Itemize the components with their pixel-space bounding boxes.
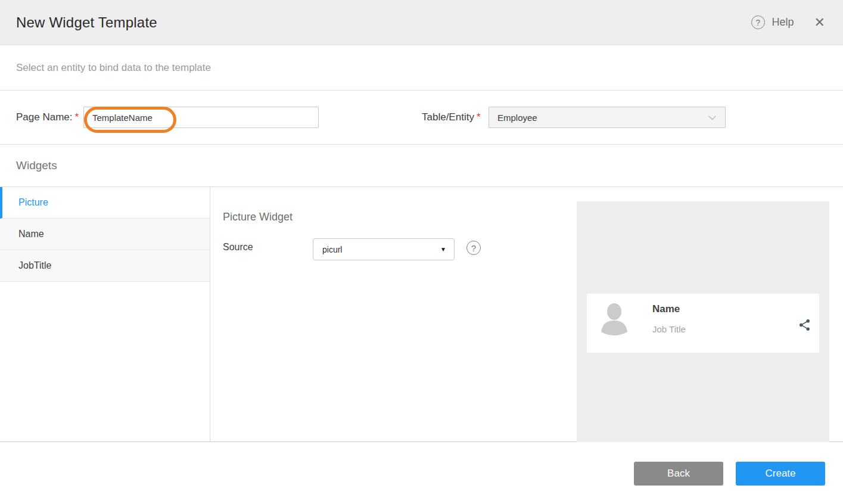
page-name-input[interactable] [83, 107, 319, 128]
sidebar-item-jobtitle[interactable]: JobTitle [0, 250, 210, 282]
source-select[interactable]: picurl ▼ [313, 238, 455, 260]
widgets-band: Widgets [0, 145, 843, 187]
footer: Back Create [0, 442, 843, 504]
page-name-label: Page Name:* [16, 111, 79, 123]
close-icon[interactable]: ✕ [814, 16, 825, 29]
person-silhouette-icon [599, 300, 629, 336]
chevron-down-icon [708, 115, 717, 120]
share-icon [798, 318, 811, 332]
source-value: picurl [322, 245, 440, 254]
question-glyph: ? [471, 244, 476, 253]
table-entity-select[interactable]: Employee [489, 107, 726, 128]
preview-name: Name [652, 303, 680, 315]
table-entity-value: Employee [497, 113, 708, 123]
preview-card: Name Job Title [587, 294, 819, 353]
question-circle-icon[interactable]: ? [466, 241, 481, 255]
back-button[interactable]: Back [634, 462, 723, 486]
widgets-heading: Widgets [16, 159, 57, 172]
help-icon[interactable]: ? [751, 15, 765, 29]
sidebar-item-picture[interactable]: Picture [0, 187, 210, 219]
question-glyph: ? [755, 18, 760, 27]
sidebar-item-name[interactable]: Name [0, 219, 210, 250]
help-label[interactable]: Help [772, 16, 794, 29]
table-entity-label: Table/Entity* [422, 111, 481, 123]
preview-job-title: Job Title [652, 324, 686, 334]
widget-list: Picture Name JobTitle [0, 187, 210, 441]
widget-area: Picture Name JobTitle Picture Widget Sou… [0, 187, 843, 442]
subtitle-band: Select an entity to bind data to the tem… [0, 45, 843, 91]
subtitle: Select an entity to bind data to the tem… [16, 62, 211, 74]
new-widget-template-dialog: New Widget Template ? Help ✕ Select an e… [0, 0, 843, 504]
header: New Widget Template ? Help ✕ [0, 0, 843, 45]
page-title: New Widget Template [16, 14, 751, 31]
required-asterisk: * [477, 111, 481, 123]
preview-panel: Name Job Title [577, 201, 829, 442]
required-asterisk: * [75, 111, 79, 123]
dropdown-arrow-icon: ▼ [440, 246, 446, 253]
detail-title: Picture Widget [223, 211, 293, 223]
form-row: Page Name:* Table/Entity* Employee [0, 91, 843, 145]
create-button[interactable]: Create [736, 462, 825, 486]
source-label: Source [223, 242, 253, 253]
